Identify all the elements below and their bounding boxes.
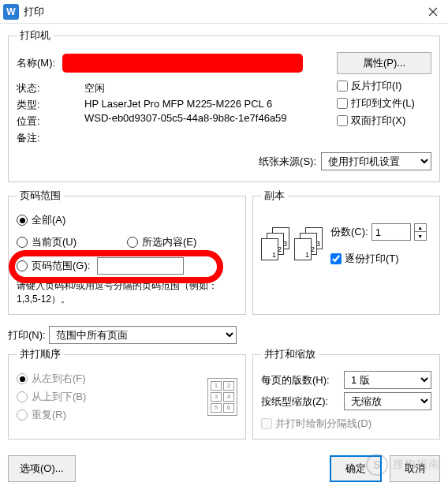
drawlines-checkbox: 并打时绘制分隔线(D)	[261, 417, 431, 431]
collate-icon-1: 3 2 1	[261, 227, 293, 262]
scale-group: 并打和缩放 每页的版数(H): 1 版 按纸型缩放(Z): 无缩放 并打时绘制分…	[252, 347, 440, 440]
order-lr-radio: 从左到右(F)	[17, 372, 207, 386]
options-button[interactable]: 选项(O)...	[8, 455, 76, 482]
printer-group: 打印机 名称(M): 属性(P)... 状态: 类型: 位置: 备注: 空闲 H…	[8, 28, 440, 182]
notes-label: 备注:	[17, 131, 40, 145]
range-all-radio[interactable]: 全部(A)	[17, 213, 237, 227]
type-value: HP LaserJet Pro MFP M225-M226 PCL 6	[84, 98, 272, 110]
collate-icon-2: 3 2 1	[294, 227, 326, 262]
range-pages-input[interactable]	[97, 257, 184, 275]
range-current-radio[interactable]: 当前页(U)	[17, 235, 127, 249]
name-label: 名称(M):	[17, 56, 62, 70]
duplex-checkbox[interactable]: 双面打印(X)	[337, 114, 431, 128]
perpage-label: 每页的版数(H):	[261, 373, 344, 387]
order-preview-icon: 123456	[207, 378, 237, 416]
scale-legend: 并打和缩放	[261, 347, 319, 361]
copies-legend: 副本	[261, 189, 288, 203]
range-group: 页码范围 全部(A) 当前页(U) 所选内容(E) 页码范围(G): 请键入页码…	[8, 189, 246, 315]
window-title: 打印	[24, 5, 421, 19]
properties-button[interactable]: 属性(P)...	[337, 52, 431, 74]
order-legend: 并打顺序	[17, 347, 64, 361]
ok-button[interactable]: 确定	[330, 455, 382, 482]
app-logo: W	[3, 4, 19, 20]
collate-checkbox[interactable]: 逐份打印(T)	[330, 252, 427, 266]
order-group: 并打顺序 从左到右(F) 从上到下(B) 重复(R) 123456	[8, 347, 246, 440]
copies-spinner[interactable]: ▲▼	[414, 223, 427, 241]
perpage-select[interactable]: 1 版	[344, 371, 431, 389]
tofile-checkbox[interactable]: 打印到文件(L)	[337, 96, 431, 110]
copies-group: 副本 3 2 1 3 2 1 份数(C):	[252, 189, 440, 315]
copies-input[interactable]	[371, 223, 411, 241]
type-label: 类型:	[17, 98, 40, 112]
status-label: 状态:	[17, 81, 40, 95]
location-value: WSD-eb0d9307-05c5-44a8-9b8c-1e7f46a59	[84, 112, 287, 124]
range-pages-radio[interactable]: 页码范围(G):	[17, 257, 237, 275]
source-label: 纸张来源(S):	[259, 155, 316, 169]
status-value: 空闲	[84, 81, 105, 95]
scale-select[interactable]: 无缩放	[344, 392, 431, 410]
copies-label: 份数(C):	[330, 225, 368, 239]
range-legend: 页码范围	[17, 189, 64, 203]
order-repeat-radio: 重复(R)	[17, 408, 207, 422]
range-selection-radio[interactable]: 所选内容(E)	[127, 235, 237, 249]
close-button[interactable]	[421, 0, 445, 24]
cancel-button[interactable]: 取消	[390, 455, 440, 482]
scale-label: 按纸型缩放(Z):	[261, 395, 344, 409]
order-tb-radio: 从上到下(B)	[17, 390, 207, 404]
location-label: 位置:	[17, 114, 40, 129]
mirror-checkbox[interactable]: 反片打印(I)	[337, 79, 431, 93]
source-select[interactable]: 使用打印机设置	[321, 152, 431, 170]
printer-legend: 打印机	[17, 28, 54, 43]
print-what-select[interactable]: 范围中所有页面	[49, 326, 237, 344]
print-what-label: 打印(N):	[8, 328, 46, 342]
range-hint: 请键入页码和/或用逗号分隔的页码范围（例如：1,3,5-12）。	[17, 279, 237, 306]
printer-name-dropdown[interactable]	[62, 54, 303, 73]
